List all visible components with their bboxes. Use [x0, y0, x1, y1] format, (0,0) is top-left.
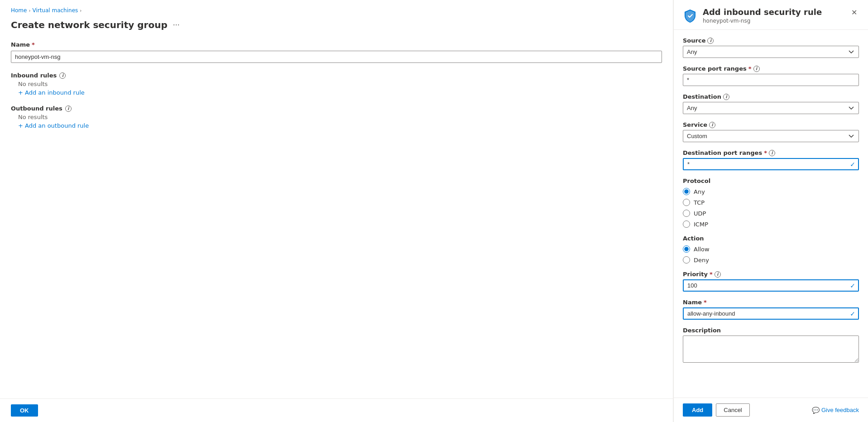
cancel-button[interactable]: Cancel — [716, 403, 749, 417]
dest-port-ranges-check-icon: ✓ — [850, 161, 855, 168]
service-select[interactable]: Custom HTTP HTTPS RDP SSH — [683, 130, 859, 142]
destination-label: Destination — [683, 93, 721, 100]
action-label: Action — [683, 235, 859, 242]
breadcrumb-sep-1: › — [29, 8, 30, 13]
dest-port-ranges-info-icon: i — [769, 150, 775, 156]
inbound-rules-info-icon: i — [59, 72, 66, 79]
breadcrumb-virtual-machines[interactable]: Virtual machines — [32, 7, 78, 14]
outbound-rules-info-icon: i — [65, 106, 72, 112]
close-button[interactable]: ✕ — [849, 7, 859, 18]
name-required-star: * — [32, 41, 35, 48]
drawer-subtitle: honeypot-vm-nsg — [703, 18, 822, 24]
inbound-rules-label: Inbound rules — [11, 72, 57, 79]
source-port-ranges-label: Source port ranges — [683, 65, 747, 72]
source-port-ranges-info-icon: i — [753, 66, 760, 72]
action-deny-item[interactable]: Deny — [683, 256, 859, 264]
description-label: Description — [683, 327, 721, 334]
feedback-icon: 💬 — [812, 407, 820, 414]
dest-port-ranges-input[interactable] — [683, 158, 859, 170]
source-port-ranges-required: * — [748, 65, 752, 72]
source-port-ranges-input[interactable] — [683, 74, 859, 86]
add-outbound-rule-link[interactable]: + Add an outbound rule — [18, 122, 89, 129]
shield-icon — [683, 9, 697, 23]
description-textarea[interactable] — [683, 336, 859, 363]
name-label: Name — [11, 41, 30, 48]
rule-name-check-icon: ✓ — [850, 310, 855, 317]
service-info-icon: i — [709, 122, 715, 128]
protocol-icmp-label: ICMP — [694, 221, 708, 228]
protocol-udp-item[interactable]: UDP — [683, 210, 859, 217]
page-title: Create network security group — [11, 19, 168, 30]
destination-select[interactable]: Any IP Addresses Service Tag Application… — [683, 102, 859, 114]
name-input[interactable] — [11, 51, 662, 63]
service-label: Service — [683, 121, 707, 128]
priority-check-icon: ✓ — [850, 282, 855, 289]
action-deny-label: Deny — [694, 257, 709, 264]
protocol-udp-radio[interactable] — [683, 210, 690, 217]
action-allow-label: Allow — [694, 246, 710, 253]
priority-info-icon: i — [715, 271, 721, 278]
rule-name-label: Name — [683, 299, 702, 306]
priority-label: Priority — [683, 271, 708, 278]
rule-name-required: * — [704, 299, 707, 306]
protocol-any-label: Any — [694, 188, 705, 195]
source-label: Source — [683, 37, 705, 44]
ok-button[interactable]: OK — [11, 404, 38, 417]
protocol-icmp-item[interactable]: ICMP — [683, 221, 859, 228]
inbound-no-results: No results — [18, 81, 662, 87]
feedback-label: Give feedback — [821, 407, 859, 413]
protocol-any-item[interactable]: Any — [683, 188, 859, 195]
protocol-radio-group: Any TCP UDP ICMP — [683, 188, 859, 228]
action-radio-group: Allow Deny — [683, 245, 859, 264]
priority-input[interactable] — [683, 279, 859, 292]
protocol-label: Protocol — [683, 177, 859, 184]
source-select[interactable]: Any IP Addresses Service Tag Application… — [683, 46, 859, 58]
destination-info-icon: i — [723, 94, 729, 100]
breadcrumb-home[interactable]: Home — [11, 7, 27, 14]
dest-port-ranges-label: Destination port ranges — [683, 149, 762, 156]
protocol-udp-label: UDP — [694, 210, 706, 217]
breadcrumb-sep-2: › — [80, 8, 82, 13]
rule-name-input[interactable] — [683, 307, 859, 320]
outbound-rules-label: Outbound rules — [11, 105, 62, 112]
add-inbound-rule-link[interactable]: + Add an inbound rule — [18, 89, 85, 96]
add-button[interactable]: Add — [683, 403, 712, 417]
protocol-icmp-radio[interactable] — [683, 221, 690, 228]
protocol-any-radio[interactable] — [683, 188, 690, 195]
drawer-title: Add inbound security rule — [703, 7, 822, 17]
protocol-tcp-radio[interactable] — [683, 199, 690, 206]
outbound-no-results: No results — [18, 114, 662, 120]
breadcrumb: Home › Virtual machines › — [11, 7, 662, 14]
dest-port-ranges-required: * — [764, 149, 767, 156]
action-allow-item[interactable]: Allow — [683, 245, 859, 253]
feedback-button[interactable]: 💬 Give feedback — [812, 407, 859, 414]
protocol-tcp-item[interactable]: TCP — [683, 199, 859, 206]
protocol-tcp-label: TCP — [694, 199, 705, 206]
ellipsis-button[interactable]: ··· — [171, 19, 182, 30]
priority-required: * — [710, 271, 713, 278]
action-allow-radio[interactable] — [683, 245, 690, 253]
action-deny-radio[interactable] — [683, 256, 690, 264]
source-info-icon: i — [707, 38, 714, 44]
